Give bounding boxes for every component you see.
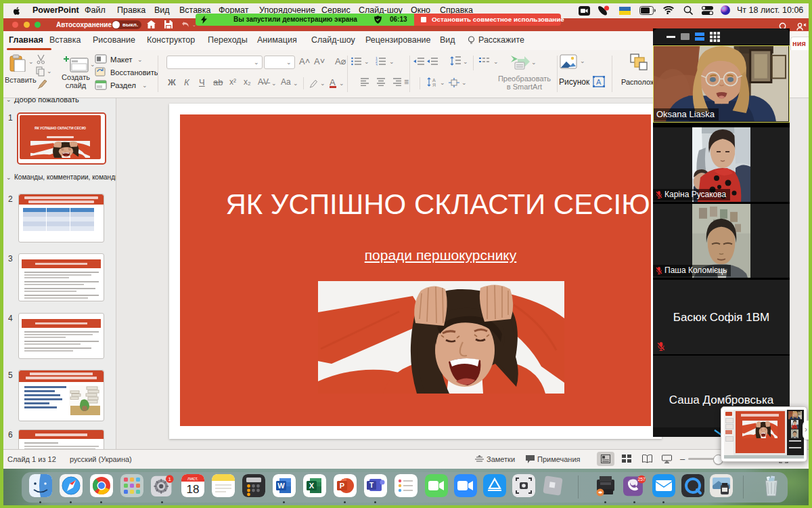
svg-text:W: W	[277, 482, 285, 490]
svg-text:X: X	[309, 482, 315, 490]
svg-text:А: А	[596, 78, 602, 86]
svg-text:P: P	[340, 482, 344, 490]
svg-text:18: 18	[187, 483, 200, 496]
svg-text:A: A	[432, 78, 436, 83]
svg-text:лист.: лист.	[187, 476, 198, 481]
svg-text:Я: Я	[432, 83, 436, 87]
svg-text:257: 257	[638, 477, 646, 482]
svg-text:1: 1	[168, 476, 171, 482]
svg-text:T: T	[369, 482, 374, 489]
svg-text:3: 3	[376, 63, 378, 66]
